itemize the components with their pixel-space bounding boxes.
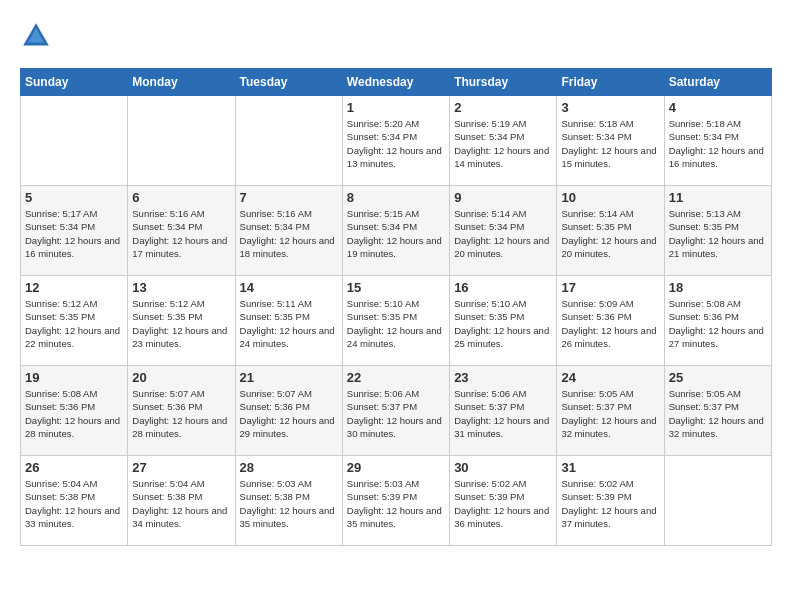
day-info: Sunrise: 5:17 AMSunset: 5:34 PMDaylight:… [25, 207, 123, 260]
day-number: 31 [561, 460, 659, 475]
header-day-tuesday: Tuesday [235, 69, 342, 96]
day-number: 29 [347, 460, 445, 475]
day-number: 7 [240, 190, 338, 205]
day-info: Sunrise: 5:12 AMSunset: 5:35 PMDaylight:… [25, 297, 123, 350]
day-number: 21 [240, 370, 338, 385]
day-number: 2 [454, 100, 552, 115]
calendar-cell: 18Sunrise: 5:08 AMSunset: 5:36 PMDayligh… [664, 276, 771, 366]
day-number: 27 [132, 460, 230, 475]
day-number: 5 [25, 190, 123, 205]
day-info: Sunrise: 5:07 AMSunset: 5:36 PMDaylight:… [132, 387, 230, 440]
day-info: Sunrise: 5:05 AMSunset: 5:37 PMDaylight:… [561, 387, 659, 440]
day-info: Sunrise: 5:16 AMSunset: 5:34 PMDaylight:… [240, 207, 338, 260]
day-info: Sunrise: 5:06 AMSunset: 5:37 PMDaylight:… [347, 387, 445, 440]
day-number: 13 [132, 280, 230, 295]
calendar-cell [664, 456, 771, 546]
calendar-cell: 8Sunrise: 5:15 AMSunset: 5:34 PMDaylight… [342, 186, 449, 276]
calendar-cell: 1Sunrise: 5:20 AMSunset: 5:34 PMDaylight… [342, 96, 449, 186]
calendar-header: SundayMondayTuesdayWednesdayThursdayFrid… [21, 69, 772, 96]
day-number: 15 [347, 280, 445, 295]
day-number: 11 [669, 190, 767, 205]
header-day-friday: Friday [557, 69, 664, 96]
day-info: Sunrise: 5:04 AMSunset: 5:38 PMDaylight:… [132, 477, 230, 530]
calendar-cell: 29Sunrise: 5:03 AMSunset: 5:39 PMDayligh… [342, 456, 449, 546]
calendar-cell: 30Sunrise: 5:02 AMSunset: 5:39 PMDayligh… [450, 456, 557, 546]
calendar-cell: 13Sunrise: 5:12 AMSunset: 5:35 PMDayligh… [128, 276, 235, 366]
day-number: 19 [25, 370, 123, 385]
calendar-cell: 22Sunrise: 5:06 AMSunset: 5:37 PMDayligh… [342, 366, 449, 456]
day-info: Sunrise: 5:11 AMSunset: 5:35 PMDaylight:… [240, 297, 338, 350]
day-info: Sunrise: 5:07 AMSunset: 5:36 PMDaylight:… [240, 387, 338, 440]
calendar-cell: 19Sunrise: 5:08 AMSunset: 5:36 PMDayligh… [21, 366, 128, 456]
day-info: Sunrise: 5:18 AMSunset: 5:34 PMDaylight:… [561, 117, 659, 170]
calendar-cell: 24Sunrise: 5:05 AMSunset: 5:37 PMDayligh… [557, 366, 664, 456]
calendar-cell: 4Sunrise: 5:18 AMSunset: 5:34 PMDaylight… [664, 96, 771, 186]
day-info: Sunrise: 5:12 AMSunset: 5:35 PMDaylight:… [132, 297, 230, 350]
header-day-saturday: Saturday [664, 69, 771, 96]
calendar-cell: 10Sunrise: 5:14 AMSunset: 5:35 PMDayligh… [557, 186, 664, 276]
day-info: Sunrise: 5:05 AMSunset: 5:37 PMDaylight:… [669, 387, 767, 440]
day-number: 30 [454, 460, 552, 475]
day-info: Sunrise: 5:08 AMSunset: 5:36 PMDaylight:… [25, 387, 123, 440]
calendar-table: SundayMondayTuesdayWednesdayThursdayFrid… [20, 68, 772, 546]
calendar-cell: 12Sunrise: 5:12 AMSunset: 5:35 PMDayligh… [21, 276, 128, 366]
day-number: 12 [25, 280, 123, 295]
calendar-cell: 14Sunrise: 5:11 AMSunset: 5:35 PMDayligh… [235, 276, 342, 366]
calendar-cell: 26Sunrise: 5:04 AMSunset: 5:38 PMDayligh… [21, 456, 128, 546]
header-day-monday: Monday [128, 69, 235, 96]
day-number: 8 [347, 190, 445, 205]
day-info: Sunrise: 5:19 AMSunset: 5:34 PMDaylight:… [454, 117, 552, 170]
day-number: 17 [561, 280, 659, 295]
day-number: 3 [561, 100, 659, 115]
day-info: Sunrise: 5:03 AMSunset: 5:38 PMDaylight:… [240, 477, 338, 530]
day-number: 10 [561, 190, 659, 205]
calendar-cell: 9Sunrise: 5:14 AMSunset: 5:34 PMDaylight… [450, 186, 557, 276]
calendar-cell: 16Sunrise: 5:10 AMSunset: 5:35 PMDayligh… [450, 276, 557, 366]
calendar-cell: 25Sunrise: 5:05 AMSunset: 5:37 PMDayligh… [664, 366, 771, 456]
calendar-week-3: 12Sunrise: 5:12 AMSunset: 5:35 PMDayligh… [21, 276, 772, 366]
calendar-cell: 20Sunrise: 5:07 AMSunset: 5:36 PMDayligh… [128, 366, 235, 456]
day-info: Sunrise: 5:15 AMSunset: 5:34 PMDaylight:… [347, 207, 445, 260]
day-info: Sunrise: 5:10 AMSunset: 5:35 PMDaylight:… [454, 297, 552, 350]
day-number: 9 [454, 190, 552, 205]
day-info: Sunrise: 5:09 AMSunset: 5:36 PMDaylight:… [561, 297, 659, 350]
logo [20, 20, 56, 52]
day-info: Sunrise: 5:02 AMSunset: 5:39 PMDaylight:… [561, 477, 659, 530]
day-number: 26 [25, 460, 123, 475]
calendar-cell: 21Sunrise: 5:07 AMSunset: 5:36 PMDayligh… [235, 366, 342, 456]
day-number: 6 [132, 190, 230, 205]
day-info: Sunrise: 5:04 AMSunset: 5:38 PMDaylight:… [25, 477, 123, 530]
calendar-week-1: 1Sunrise: 5:20 AMSunset: 5:34 PMDaylight… [21, 96, 772, 186]
calendar-cell: 5Sunrise: 5:17 AMSunset: 5:34 PMDaylight… [21, 186, 128, 276]
day-info: Sunrise: 5:14 AMSunset: 5:35 PMDaylight:… [561, 207, 659, 260]
day-info: Sunrise: 5:13 AMSunset: 5:35 PMDaylight:… [669, 207, 767, 260]
day-number: 18 [669, 280, 767, 295]
calendar-cell: 6Sunrise: 5:16 AMSunset: 5:34 PMDaylight… [128, 186, 235, 276]
calendar-cell: 2Sunrise: 5:19 AMSunset: 5:34 PMDaylight… [450, 96, 557, 186]
day-info: Sunrise: 5:10 AMSunset: 5:35 PMDaylight:… [347, 297, 445, 350]
calendar-cell: 27Sunrise: 5:04 AMSunset: 5:38 PMDayligh… [128, 456, 235, 546]
day-info: Sunrise: 5:14 AMSunset: 5:34 PMDaylight:… [454, 207, 552, 260]
calendar-cell [21, 96, 128, 186]
day-info: Sunrise: 5:06 AMSunset: 5:37 PMDaylight:… [454, 387, 552, 440]
day-info: Sunrise: 5:08 AMSunset: 5:36 PMDaylight:… [669, 297, 767, 350]
day-info: Sunrise: 5:03 AMSunset: 5:39 PMDaylight:… [347, 477, 445, 530]
calendar-cell: 7Sunrise: 5:16 AMSunset: 5:34 PMDaylight… [235, 186, 342, 276]
day-number: 4 [669, 100, 767, 115]
logo-icon [20, 20, 52, 52]
day-info: Sunrise: 5:18 AMSunset: 5:34 PMDaylight:… [669, 117, 767, 170]
header-day-thursday: Thursday [450, 69, 557, 96]
calendar-cell: 15Sunrise: 5:10 AMSunset: 5:35 PMDayligh… [342, 276, 449, 366]
calendar-cell [235, 96, 342, 186]
day-number: 14 [240, 280, 338, 295]
day-number: 28 [240, 460, 338, 475]
day-number: 20 [132, 370, 230, 385]
day-number: 23 [454, 370, 552, 385]
calendar-cell: 31Sunrise: 5:02 AMSunset: 5:39 PMDayligh… [557, 456, 664, 546]
day-number: 1 [347, 100, 445, 115]
day-number: 25 [669, 370, 767, 385]
calendar-cell: 28Sunrise: 5:03 AMSunset: 5:38 PMDayligh… [235, 456, 342, 546]
day-info: Sunrise: 5:16 AMSunset: 5:34 PMDaylight:… [132, 207, 230, 260]
day-info: Sunrise: 5:20 AMSunset: 5:34 PMDaylight:… [347, 117, 445, 170]
calendar-cell: 23Sunrise: 5:06 AMSunset: 5:37 PMDayligh… [450, 366, 557, 456]
